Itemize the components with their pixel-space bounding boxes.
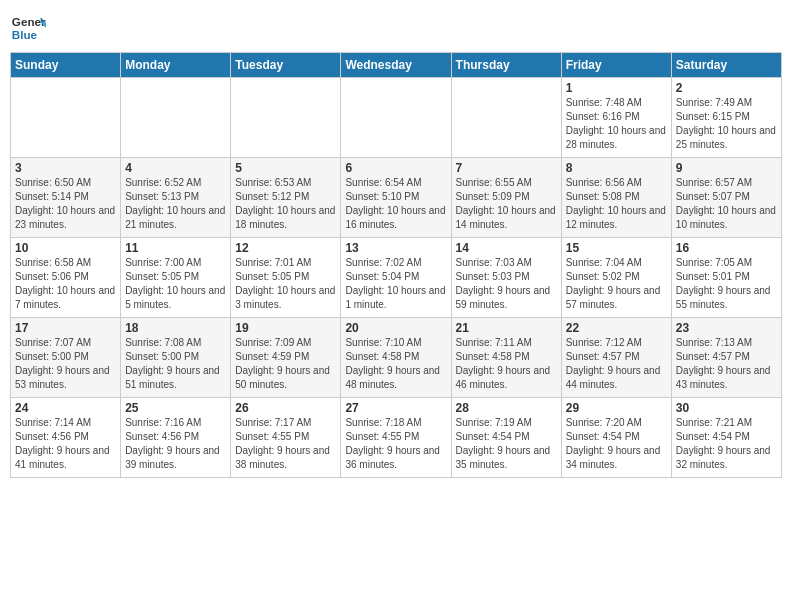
day-number: 25: [125, 401, 226, 415]
calendar-day-cell: 29Sunrise: 7:20 AM Sunset: 4:54 PM Dayli…: [561, 398, 671, 478]
day-info: Sunrise: 7:09 AM Sunset: 4:59 PM Dayligh…: [235, 336, 336, 392]
day-number: 7: [456, 161, 557, 175]
day-info: Sunrise: 6:52 AM Sunset: 5:13 PM Dayligh…: [125, 176, 226, 232]
calendar-day-cell: 26Sunrise: 7:17 AM Sunset: 4:55 PM Dayli…: [231, 398, 341, 478]
calendar-day-cell: 27Sunrise: 7:18 AM Sunset: 4:55 PM Dayli…: [341, 398, 451, 478]
day-info: Sunrise: 7:49 AM Sunset: 6:15 PM Dayligh…: [676, 96, 777, 152]
day-number: 6: [345, 161, 446, 175]
day-info: Sunrise: 6:53 AM Sunset: 5:12 PM Dayligh…: [235, 176, 336, 232]
calendar-day-cell: 9Sunrise: 6:57 AM Sunset: 5:07 PM Daylig…: [671, 158, 781, 238]
calendar-day-cell: 13Sunrise: 7:02 AM Sunset: 5:04 PM Dayli…: [341, 238, 451, 318]
day-info: Sunrise: 7:11 AM Sunset: 4:58 PM Dayligh…: [456, 336, 557, 392]
day-of-week-header: Wednesday: [341, 53, 451, 78]
day-number: 15: [566, 241, 667, 255]
day-number: 2: [676, 81, 777, 95]
day-of-week-header: Thursday: [451, 53, 561, 78]
calendar-week-row: 3Sunrise: 6:50 AM Sunset: 5:14 PM Daylig…: [11, 158, 782, 238]
day-info: Sunrise: 6:57 AM Sunset: 5:07 PM Dayligh…: [676, 176, 777, 232]
day-info: Sunrise: 7:04 AM Sunset: 5:02 PM Dayligh…: [566, 256, 667, 312]
day-info: Sunrise: 6:58 AM Sunset: 5:06 PM Dayligh…: [15, 256, 116, 312]
calendar-day-cell: 3Sunrise: 6:50 AM Sunset: 5:14 PM Daylig…: [11, 158, 121, 238]
day-info: Sunrise: 7:02 AM Sunset: 5:04 PM Dayligh…: [345, 256, 446, 312]
day-info: Sunrise: 7:12 AM Sunset: 4:57 PM Dayligh…: [566, 336, 667, 392]
day-number: 13: [345, 241, 446, 255]
day-info: Sunrise: 7:14 AM Sunset: 4:56 PM Dayligh…: [15, 416, 116, 472]
calendar-day-cell: 6Sunrise: 6:54 AM Sunset: 5:10 PM Daylig…: [341, 158, 451, 238]
day-info: Sunrise: 7:05 AM Sunset: 5:01 PM Dayligh…: [676, 256, 777, 312]
day-info: Sunrise: 6:56 AM Sunset: 5:08 PM Dayligh…: [566, 176, 667, 232]
day-number: 1: [566, 81, 667, 95]
day-info: Sunrise: 7:17 AM Sunset: 4:55 PM Dayligh…: [235, 416, 336, 472]
day-number: 29: [566, 401, 667, 415]
day-info: Sunrise: 6:55 AM Sunset: 5:09 PM Dayligh…: [456, 176, 557, 232]
day-info: Sunrise: 7:19 AM Sunset: 4:54 PM Dayligh…: [456, 416, 557, 472]
calendar-day-cell: 21Sunrise: 7:11 AM Sunset: 4:58 PM Dayli…: [451, 318, 561, 398]
calendar-day-cell: 2Sunrise: 7:49 AM Sunset: 6:15 PM Daylig…: [671, 78, 781, 158]
day-info: Sunrise: 7:20 AM Sunset: 4:54 PM Dayligh…: [566, 416, 667, 472]
day-info: Sunrise: 6:50 AM Sunset: 5:14 PM Dayligh…: [15, 176, 116, 232]
day-number: 20: [345, 321, 446, 335]
day-number: 17: [15, 321, 116, 335]
day-number: 22: [566, 321, 667, 335]
day-number: 8: [566, 161, 667, 175]
calendar-day-cell: 18Sunrise: 7:08 AM Sunset: 5:00 PM Dayli…: [121, 318, 231, 398]
day-number: 9: [676, 161, 777, 175]
calendar-day-cell: [121, 78, 231, 158]
day-number: 21: [456, 321, 557, 335]
day-number: 4: [125, 161, 226, 175]
day-number: 18: [125, 321, 226, 335]
calendar-day-cell: 7Sunrise: 6:55 AM Sunset: 5:09 PM Daylig…: [451, 158, 561, 238]
calendar-day-cell: [341, 78, 451, 158]
calendar-week-row: 10Sunrise: 6:58 AM Sunset: 5:06 PM Dayli…: [11, 238, 782, 318]
day-info: Sunrise: 7:21 AM Sunset: 4:54 PM Dayligh…: [676, 416, 777, 472]
day-info: Sunrise: 7:10 AM Sunset: 4:58 PM Dayligh…: [345, 336, 446, 392]
calendar-table: SundayMondayTuesdayWednesdayThursdayFrid…: [10, 52, 782, 478]
day-info: Sunrise: 6:54 AM Sunset: 5:10 PM Dayligh…: [345, 176, 446, 232]
day-info: Sunrise: 7:01 AM Sunset: 5:05 PM Dayligh…: [235, 256, 336, 312]
day-info: Sunrise: 7:07 AM Sunset: 5:00 PM Dayligh…: [15, 336, 116, 392]
calendar-day-cell: 11Sunrise: 7:00 AM Sunset: 5:05 PM Dayli…: [121, 238, 231, 318]
calendar-day-cell: 30Sunrise: 7:21 AM Sunset: 4:54 PM Dayli…: [671, 398, 781, 478]
calendar-week-row: 17Sunrise: 7:07 AM Sunset: 5:00 PM Dayli…: [11, 318, 782, 398]
day-info: Sunrise: 7:13 AM Sunset: 4:57 PM Dayligh…: [676, 336, 777, 392]
day-of-week-header: Saturday: [671, 53, 781, 78]
calendar-day-cell: 10Sunrise: 6:58 AM Sunset: 5:06 PM Dayli…: [11, 238, 121, 318]
calendar-day-cell: 12Sunrise: 7:01 AM Sunset: 5:05 PM Dayli…: [231, 238, 341, 318]
calendar-day-cell: 17Sunrise: 7:07 AM Sunset: 5:00 PM Dayli…: [11, 318, 121, 398]
logo: General Blue: [10, 10, 46, 46]
calendar-day-cell: 1Sunrise: 7:48 AM Sunset: 6:16 PM Daylig…: [561, 78, 671, 158]
day-info: Sunrise: 7:18 AM Sunset: 4:55 PM Dayligh…: [345, 416, 446, 472]
day-info: Sunrise: 7:08 AM Sunset: 5:00 PM Dayligh…: [125, 336, 226, 392]
calendar-day-cell: 25Sunrise: 7:16 AM Sunset: 4:56 PM Dayli…: [121, 398, 231, 478]
day-number: 3: [15, 161, 116, 175]
logo-icon: General Blue: [10, 10, 46, 46]
calendar-week-row: 24Sunrise: 7:14 AM Sunset: 4:56 PM Dayli…: [11, 398, 782, 478]
day-info: Sunrise: 7:48 AM Sunset: 6:16 PM Dayligh…: [566, 96, 667, 152]
calendar-day-cell: 28Sunrise: 7:19 AM Sunset: 4:54 PM Dayli…: [451, 398, 561, 478]
calendar-week-row: 1Sunrise: 7:48 AM Sunset: 6:16 PM Daylig…: [11, 78, 782, 158]
calendar-day-cell: [451, 78, 561, 158]
calendar-day-cell: 19Sunrise: 7:09 AM Sunset: 4:59 PM Dayli…: [231, 318, 341, 398]
day-of-week-header: Sunday: [11, 53, 121, 78]
calendar-day-cell: 8Sunrise: 6:56 AM Sunset: 5:08 PM Daylig…: [561, 158, 671, 238]
calendar-day-cell: 14Sunrise: 7:03 AM Sunset: 5:03 PM Dayli…: [451, 238, 561, 318]
day-info: Sunrise: 7:16 AM Sunset: 4:56 PM Dayligh…: [125, 416, 226, 472]
day-info: Sunrise: 7:00 AM Sunset: 5:05 PM Dayligh…: [125, 256, 226, 312]
day-of-week-header: Monday: [121, 53, 231, 78]
calendar-day-cell: [231, 78, 341, 158]
day-number: 14: [456, 241, 557, 255]
calendar-day-cell: 23Sunrise: 7:13 AM Sunset: 4:57 PM Dayli…: [671, 318, 781, 398]
header: General Blue: [10, 10, 782, 46]
calendar-day-cell: 16Sunrise: 7:05 AM Sunset: 5:01 PM Dayli…: [671, 238, 781, 318]
day-of-week-header: Tuesday: [231, 53, 341, 78]
calendar-day-cell: 5Sunrise: 6:53 AM Sunset: 5:12 PM Daylig…: [231, 158, 341, 238]
day-number: 28: [456, 401, 557, 415]
day-number: 27: [345, 401, 446, 415]
day-number: 10: [15, 241, 116, 255]
day-number: 26: [235, 401, 336, 415]
day-number: 12: [235, 241, 336, 255]
calendar-day-cell: 15Sunrise: 7:04 AM Sunset: 5:02 PM Dayli…: [561, 238, 671, 318]
calendar-header-row: SundayMondayTuesdayWednesdayThursdayFrid…: [11, 53, 782, 78]
calendar-day-cell: 22Sunrise: 7:12 AM Sunset: 4:57 PM Dayli…: [561, 318, 671, 398]
day-number: 30: [676, 401, 777, 415]
